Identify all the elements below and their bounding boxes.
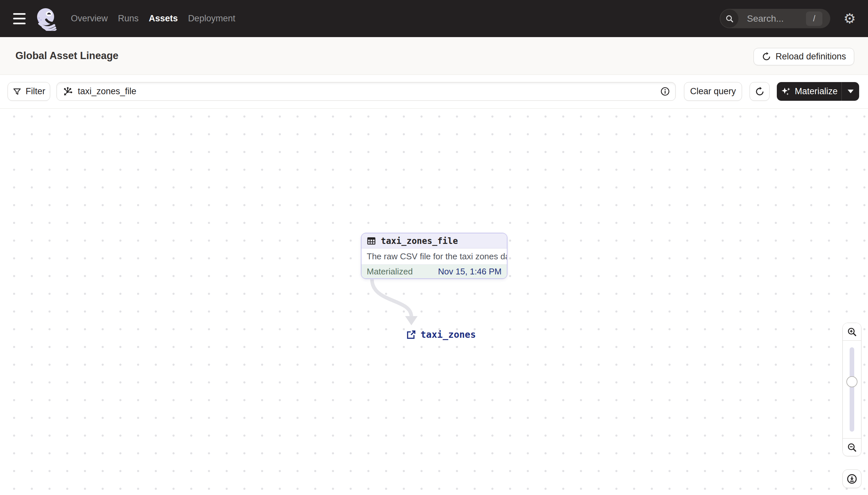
top-navbar: Overview Runs Assets Deployment Search..… (0, 0, 868, 37)
asset-graph-icon (63, 86, 73, 97)
search-icon (720, 10, 739, 28)
zoom-in-button[interactable] (843, 323, 861, 341)
open-in-new-icon (406, 329, 416, 340)
nav-tab-overview[interactable]: Overview (71, 14, 108, 24)
materialized-status-label: Materialized (367, 267, 413, 277)
lineage-canvas[interactable]: taxi_zones_file The raw CSV file for the… (0, 109, 868, 495)
materialize-button[interactable]: Materialize (777, 82, 842, 101)
sparkle-icon (781, 86, 791, 97)
asset-node-status-bar: Materialized Nov 15, 1:46 PM (361, 264, 507, 278)
zoom-out-icon (847, 442, 857, 453)
download-view-button[interactable] (843, 470, 862, 488)
filter-button[interactable]: Filter (7, 82, 50, 101)
reload-definitions-button[interactable]: Reload definitions (754, 48, 854, 65)
table-icon (367, 236, 376, 246)
external-node-name: taxi_zones (421, 329, 476, 340)
query-info-icon[interactable] (660, 86, 670, 97)
zoom-in-icon (847, 327, 857, 337)
chevron-down-icon (848, 90, 854, 93)
nav-tabs: Overview Runs Assets Deployment (71, 14, 235, 24)
search-shortcut-badge: / (806, 12, 822, 26)
lineage-toolbar: Filter Clear query (0, 75, 868, 109)
asset-node-description: The raw CSV file for the taxi zones dat.… (361, 249, 507, 264)
download-icon (846, 473, 857, 484)
search-placeholder: Search... (747, 14, 806, 24)
asset-query-input[interactable] (78, 86, 660, 97)
lineage-edge-arrow (0, 109, 868, 495)
zoom-controls (843, 323, 862, 456)
page-title: Global Asset Lineage (15, 50, 119, 62)
zoom-slider-track[interactable] (850, 347, 854, 432)
materialize-split-button: Materialize (777, 82, 859, 101)
nav-tab-assets[interactable]: Assets (149, 14, 178, 24)
asset-node-header: taxi_zones_file (361, 233, 507, 249)
asset-node-name: taxi_zones_file (381, 236, 458, 246)
global-search-input[interactable]: Search... / (720, 9, 830, 28)
menu-hamburger-button[interactable] (13, 13, 26, 24)
zoom-slider-handle[interactable] (846, 376, 857, 387)
refresh-icon (755, 87, 765, 97)
asset-node-taxi-zones-file[interactable]: taxi_zones_file The raw CSV file for the… (361, 233, 508, 279)
materialize-dropdown-button[interactable] (842, 82, 859, 101)
zoom-out-button[interactable] (843, 438, 861, 456)
asset-query-field (56, 82, 676, 101)
dagster-logo-icon[interactable] (34, 6, 57, 31)
nav-tab-deployment[interactable]: Deployment (188, 14, 235, 24)
reload-icon (762, 52, 771, 62)
clear-query-button[interactable]: Clear query (684, 82, 742, 101)
settings-gear-icon[interactable]: ⚙ (843, 11, 857, 27)
external-asset-node-taxi-zones[interactable]: taxi_zones (406, 329, 476, 340)
funnel-icon (13, 87, 22, 96)
nav-tab-runs[interactable]: Runs (118, 14, 139, 24)
zoom-slider (843, 341, 861, 438)
page-header: Global Asset Lineage Reload definitions (0, 37, 868, 75)
refresh-graph-button[interactable] (749, 82, 769, 101)
materialized-timestamp[interactable]: Nov 15, 1:46 PM (438, 267, 501, 277)
